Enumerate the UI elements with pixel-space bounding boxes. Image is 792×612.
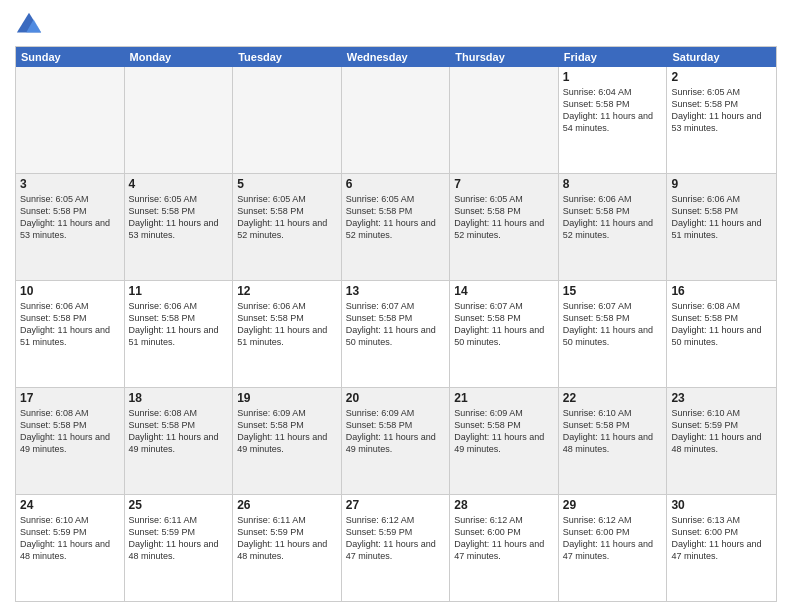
day-number: 3 bbox=[20, 177, 120, 191]
day-number: 18 bbox=[129, 391, 229, 405]
day-number: 22 bbox=[563, 391, 663, 405]
calendar-cell: 10Sunrise: 6:06 AMSunset: 5:58 PMDayligh… bbox=[16, 281, 125, 387]
day-number: 9 bbox=[671, 177, 772, 191]
calendar-cell: 14Sunrise: 6:07 AMSunset: 5:58 PMDayligh… bbox=[450, 281, 559, 387]
cell-detail: Sunrise: 6:12 AMSunset: 6:00 PMDaylight:… bbox=[563, 514, 663, 563]
calendar-cell bbox=[16, 67, 125, 173]
cell-detail: Sunrise: 6:07 AMSunset: 5:58 PMDaylight:… bbox=[346, 300, 446, 349]
calendar-cell bbox=[125, 67, 234, 173]
calendar-cell: 21Sunrise: 6:09 AMSunset: 5:58 PMDayligh… bbox=[450, 388, 559, 494]
cell-detail: Sunrise: 6:05 AMSunset: 5:58 PMDaylight:… bbox=[671, 86, 772, 135]
cell-detail: Sunrise: 6:05 AMSunset: 5:58 PMDaylight:… bbox=[129, 193, 229, 242]
day-number: 20 bbox=[346, 391, 446, 405]
calendar-cell: 7Sunrise: 6:05 AMSunset: 5:58 PMDaylight… bbox=[450, 174, 559, 280]
page: SundayMondayTuesdayWednesdayThursdayFrid… bbox=[0, 0, 792, 612]
day-number: 30 bbox=[671, 498, 772, 512]
calendar-cell: 28Sunrise: 6:12 AMSunset: 6:00 PMDayligh… bbox=[450, 495, 559, 601]
calendar-cell: 12Sunrise: 6:06 AMSunset: 5:58 PMDayligh… bbox=[233, 281, 342, 387]
cell-detail: Sunrise: 6:06 AMSunset: 5:58 PMDaylight:… bbox=[129, 300, 229, 349]
day-number: 13 bbox=[346, 284, 446, 298]
header-day-monday: Monday bbox=[125, 47, 234, 67]
calendar-cell: 27Sunrise: 6:12 AMSunset: 5:59 PMDayligh… bbox=[342, 495, 451, 601]
day-number: 28 bbox=[454, 498, 554, 512]
calendar-cell: 4Sunrise: 6:05 AMSunset: 5:58 PMDaylight… bbox=[125, 174, 234, 280]
day-number: 26 bbox=[237, 498, 337, 512]
day-number: 7 bbox=[454, 177, 554, 191]
calendar-cell: 30Sunrise: 6:13 AMSunset: 6:00 PMDayligh… bbox=[667, 495, 776, 601]
cell-detail: Sunrise: 6:09 AMSunset: 5:58 PMDaylight:… bbox=[454, 407, 554, 456]
cell-detail: Sunrise: 6:07 AMSunset: 5:58 PMDaylight:… bbox=[563, 300, 663, 349]
logo-icon bbox=[15, 10, 43, 38]
cell-detail: Sunrise: 6:05 AMSunset: 5:58 PMDaylight:… bbox=[20, 193, 120, 242]
calendar-week-3: 17Sunrise: 6:08 AMSunset: 5:58 PMDayligh… bbox=[16, 388, 776, 495]
calendar-cell: 2Sunrise: 6:05 AMSunset: 5:58 PMDaylight… bbox=[667, 67, 776, 173]
calendar-cell: 5Sunrise: 6:05 AMSunset: 5:58 PMDaylight… bbox=[233, 174, 342, 280]
calendar-cell: 6Sunrise: 6:05 AMSunset: 5:58 PMDaylight… bbox=[342, 174, 451, 280]
calendar-cell: 22Sunrise: 6:10 AMSunset: 5:58 PMDayligh… bbox=[559, 388, 668, 494]
day-number: 27 bbox=[346, 498, 446, 512]
day-number: 25 bbox=[129, 498, 229, 512]
calendar-cell bbox=[342, 67, 451, 173]
calendar-cell: 15Sunrise: 6:07 AMSunset: 5:58 PMDayligh… bbox=[559, 281, 668, 387]
day-number: 19 bbox=[237, 391, 337, 405]
day-number: 29 bbox=[563, 498, 663, 512]
calendar-cell: 3Sunrise: 6:05 AMSunset: 5:58 PMDaylight… bbox=[16, 174, 125, 280]
day-number: 21 bbox=[454, 391, 554, 405]
cell-detail: Sunrise: 6:13 AMSunset: 6:00 PMDaylight:… bbox=[671, 514, 772, 563]
cell-detail: Sunrise: 6:10 AMSunset: 5:59 PMDaylight:… bbox=[671, 407, 772, 456]
day-number: 8 bbox=[563, 177, 663, 191]
header-day-wednesday: Wednesday bbox=[342, 47, 451, 67]
header-day-thursday: Thursday bbox=[450, 47, 559, 67]
logo bbox=[15, 10, 47, 38]
calendar-cell bbox=[450, 67, 559, 173]
calendar-week-4: 24Sunrise: 6:10 AMSunset: 5:59 PMDayligh… bbox=[16, 495, 776, 601]
calendar-cell: 19Sunrise: 6:09 AMSunset: 5:58 PMDayligh… bbox=[233, 388, 342, 494]
cell-detail: Sunrise: 6:07 AMSunset: 5:58 PMDaylight:… bbox=[454, 300, 554, 349]
cell-detail: Sunrise: 6:06 AMSunset: 5:58 PMDaylight:… bbox=[671, 193, 772, 242]
calendar-cell: 13Sunrise: 6:07 AMSunset: 5:58 PMDayligh… bbox=[342, 281, 451, 387]
calendar-body: 1Sunrise: 6:04 AMSunset: 5:58 PMDaylight… bbox=[16, 67, 776, 601]
cell-detail: Sunrise: 6:08 AMSunset: 5:58 PMDaylight:… bbox=[20, 407, 120, 456]
header-day-sunday: Sunday bbox=[16, 47, 125, 67]
day-number: 14 bbox=[454, 284, 554, 298]
calendar: SundayMondayTuesdayWednesdayThursdayFrid… bbox=[15, 46, 777, 602]
cell-detail: Sunrise: 6:06 AMSunset: 5:58 PMDaylight:… bbox=[563, 193, 663, 242]
cell-detail: Sunrise: 6:04 AMSunset: 5:58 PMDaylight:… bbox=[563, 86, 663, 135]
cell-detail: Sunrise: 6:10 AMSunset: 5:58 PMDaylight:… bbox=[563, 407, 663, 456]
day-number: 1 bbox=[563, 70, 663, 84]
day-number: 23 bbox=[671, 391, 772, 405]
calendar-week-1: 3Sunrise: 6:05 AMSunset: 5:58 PMDaylight… bbox=[16, 174, 776, 281]
calendar-week-2: 10Sunrise: 6:06 AMSunset: 5:58 PMDayligh… bbox=[16, 281, 776, 388]
cell-detail: Sunrise: 6:12 AMSunset: 5:59 PMDaylight:… bbox=[346, 514, 446, 563]
calendar-week-0: 1Sunrise: 6:04 AMSunset: 5:58 PMDaylight… bbox=[16, 67, 776, 174]
calendar-cell: 8Sunrise: 6:06 AMSunset: 5:58 PMDaylight… bbox=[559, 174, 668, 280]
cell-detail: Sunrise: 6:06 AMSunset: 5:58 PMDaylight:… bbox=[20, 300, 120, 349]
cell-detail: Sunrise: 6:11 AMSunset: 5:59 PMDaylight:… bbox=[129, 514, 229, 563]
day-number: 2 bbox=[671, 70, 772, 84]
calendar-cell: 29Sunrise: 6:12 AMSunset: 6:00 PMDayligh… bbox=[559, 495, 668, 601]
calendar-cell: 16Sunrise: 6:08 AMSunset: 5:58 PMDayligh… bbox=[667, 281, 776, 387]
cell-detail: Sunrise: 6:12 AMSunset: 6:00 PMDaylight:… bbox=[454, 514, 554, 563]
calendar-cell: 9Sunrise: 6:06 AMSunset: 5:58 PMDaylight… bbox=[667, 174, 776, 280]
cell-detail: Sunrise: 6:05 AMSunset: 5:58 PMDaylight:… bbox=[454, 193, 554, 242]
calendar-cell: 17Sunrise: 6:08 AMSunset: 5:58 PMDayligh… bbox=[16, 388, 125, 494]
day-number: 16 bbox=[671, 284, 772, 298]
cell-detail: Sunrise: 6:08 AMSunset: 5:58 PMDaylight:… bbox=[129, 407, 229, 456]
calendar-cell: 18Sunrise: 6:08 AMSunset: 5:58 PMDayligh… bbox=[125, 388, 234, 494]
calendar-cell: 25Sunrise: 6:11 AMSunset: 5:59 PMDayligh… bbox=[125, 495, 234, 601]
cell-detail: Sunrise: 6:05 AMSunset: 5:58 PMDaylight:… bbox=[346, 193, 446, 242]
cell-detail: Sunrise: 6:09 AMSunset: 5:58 PMDaylight:… bbox=[346, 407, 446, 456]
cell-detail: Sunrise: 6:10 AMSunset: 5:59 PMDaylight:… bbox=[20, 514, 120, 563]
day-number: 4 bbox=[129, 177, 229, 191]
day-number: 15 bbox=[563, 284, 663, 298]
header-day-tuesday: Tuesday bbox=[233, 47, 342, 67]
day-number: 5 bbox=[237, 177, 337, 191]
calendar-cell: 20Sunrise: 6:09 AMSunset: 5:58 PMDayligh… bbox=[342, 388, 451, 494]
day-number: 10 bbox=[20, 284, 120, 298]
header-day-saturday: Saturday bbox=[667, 47, 776, 67]
calendar-cell: 11Sunrise: 6:06 AMSunset: 5:58 PMDayligh… bbox=[125, 281, 234, 387]
calendar-cell: 23Sunrise: 6:10 AMSunset: 5:59 PMDayligh… bbox=[667, 388, 776, 494]
day-number: 24 bbox=[20, 498, 120, 512]
header bbox=[15, 10, 777, 38]
cell-detail: Sunrise: 6:05 AMSunset: 5:58 PMDaylight:… bbox=[237, 193, 337, 242]
